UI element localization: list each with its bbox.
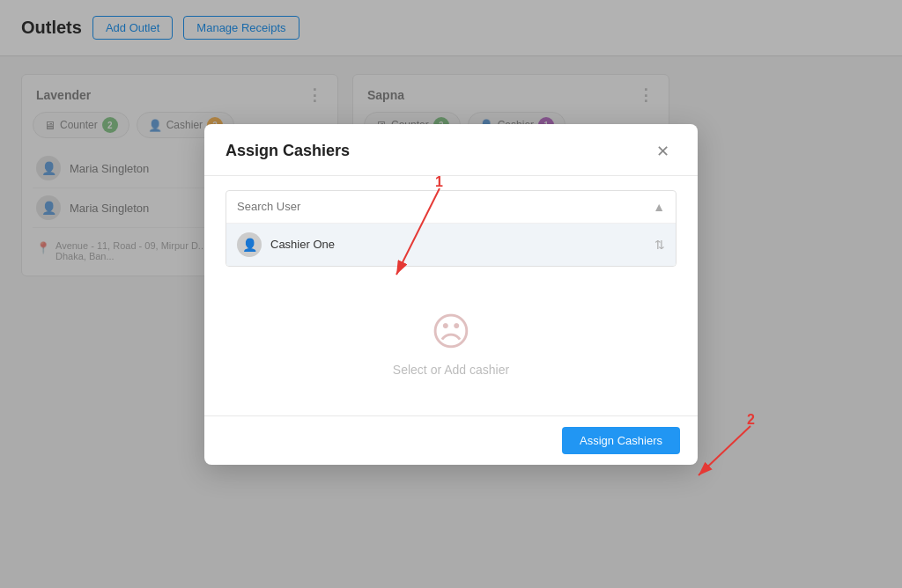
- modal-header: Assign Cashiers ✕: [204, 124, 698, 176]
- dropdown-user-item[interactable]: 👤 Cashier One ⇅: [226, 224, 676, 266]
- search-input-row: ▲: [226, 191, 676, 224]
- sad-face-icon: ☹: [431, 309, 471, 354]
- search-user-input[interactable]: [237, 200, 653, 213]
- user-display-name: Cashier One: [270, 238, 646, 251]
- empty-state-text: Select or Add cashier: [393, 363, 509, 377]
- modal-title: Assign Cashiers: [226, 142, 350, 160]
- sort-icon: ⇅: [654, 238, 665, 252]
- empty-state: ☹ Select or Add cashier: [226, 281, 676, 401]
- modal-overlay[interactable]: Assign Cashiers ✕ ▲ 👤 Cashier One ⇅: [0, 0, 902, 588]
- user-avatar-icon: 👤: [237, 232, 262, 257]
- chevron-up-icon: ▲: [653, 200, 665, 214]
- assign-cashiers-button[interactable]: Assign Cashiers: [562, 427, 680, 454]
- modal-footer: Assign Cashiers: [204, 415, 698, 465]
- search-dropdown: ▲ 👤 Cashier One ⇅: [226, 190, 676, 267]
- assign-cashiers-modal: Assign Cashiers ✕ ▲ 👤 Cashier One ⇅: [204, 124, 698, 465]
- page-background: Outlets Add Outlet Manage Receipts Laven…: [0, 0, 902, 588]
- modal-close-button[interactable]: ✕: [649, 140, 676, 163]
- modal-body: ▲ 👤 Cashier One ⇅ ☹ Select or Add cashie…: [204, 176, 698, 415]
